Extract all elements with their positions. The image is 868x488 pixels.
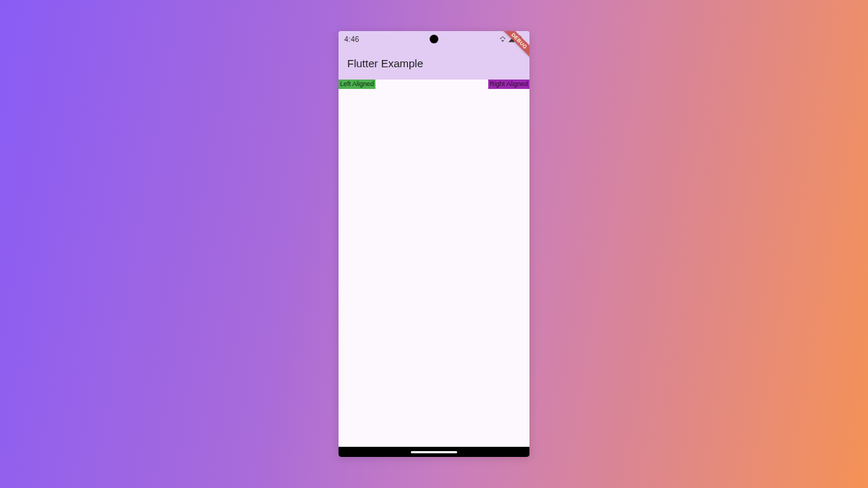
wifi-icon [499,35,506,43]
app-bar-title: Flutter Example [347,57,423,69]
app-bar: Flutter Example [339,47,529,80]
camera-cutout [430,35,438,43]
alignment-row: Left Aligned Right Aligned [339,80,529,89]
status-time: 4:46 [344,35,359,43]
navigation-bar[interactable] [339,447,529,457]
nav-handle[interactable] [411,451,457,453]
right-aligned-chip: Right Aligned [488,80,529,89]
status-bar: 4:46 [339,31,529,47]
content-area: Left Aligned Right Aligned [339,80,529,447]
left-aligned-chip: Left Aligned [339,80,375,89]
phone-frame: 4:46 DEBUG Flutter Example Left Aligned … [339,31,529,457]
